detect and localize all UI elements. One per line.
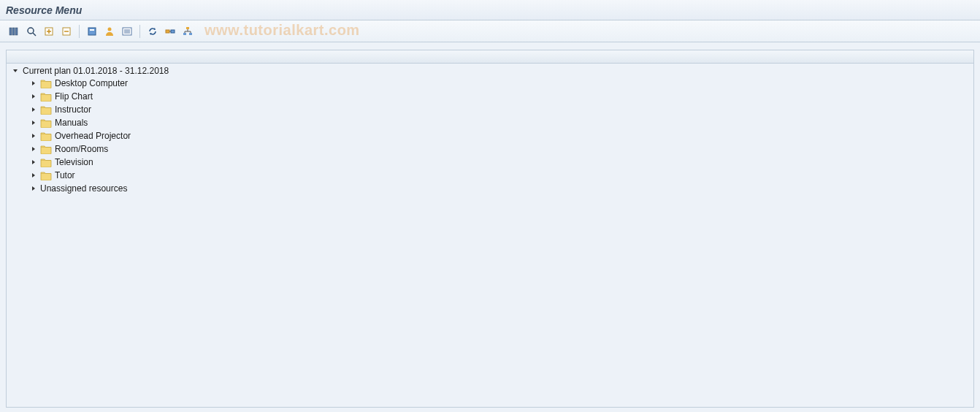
tree-body: Current plan 01.01.2018 - 31.12.2018 Des… [7,64,973,197]
refresh-icon [147,26,158,37]
svg-rect-8 [90,29,94,31]
expander-right-icon[interactable] [30,159,37,166]
watermark: www.tutorialkart.com [204,22,360,39]
expander-right-icon[interactable] [30,93,37,100]
tree-item[interactable]: Tutor [7,169,973,182]
svg-rect-2 [15,28,18,35]
folder-icon [40,158,52,167]
toolbar-button-list[interactable] [119,23,135,39]
toolbar-button-search[interactable] [23,23,39,39]
svg-point-9 [108,27,112,31]
tree-root[interactable]: Current plan 01.01.2018 - 31.12.2018 [7,65,973,77]
folder-icon [40,131,52,141]
tree-item[interactable]: Desktop Computer [7,77,973,90]
expander-right-icon[interactable] [30,132,37,140]
toolbar-separator [79,25,80,38]
tree-item-label: Manuals [55,118,88,128]
toolbar-button-collapse[interactable] [58,23,74,39]
svg-rect-0 [9,28,12,35]
search-icon [26,26,37,37]
tree-item-label: Television [55,157,93,167]
toolbar-button-refresh[interactable] [145,23,161,39]
folder-icon [40,145,52,154]
list-icon [121,26,133,37]
tree-item[interactable]: Flip Chart [7,90,973,103]
tree-item-label: Overhead Projector [55,131,131,141]
svg-point-3 [28,28,34,34]
content-area: Current plan 01.01.2018 - 31.12.2018 Des… [0,42,980,412]
tree-item[interactable]: Manuals [7,116,973,129]
columns-icon [8,26,20,37]
tree-item[interactable]: Unassigned resources [7,182,973,195]
svg-line-4 [33,33,36,36]
tree-item[interactable]: Instructor [7,103,973,116]
toolbar-button-hierarchy[interactable] [180,23,196,39]
tree-panel: Current plan 01.01.2018 - 31.12.2018 Des… [6,50,974,408]
folder-icon [40,105,52,115]
tree-item-label: Unassigned resources [40,183,127,194]
folder-icon [40,118,52,128]
folder-icon [40,92,52,102]
tree-item[interactable]: Television [7,156,973,169]
folder-icon [40,79,52,88]
toolbar-button-columns[interactable] [6,23,22,39]
svg-rect-1 [12,28,15,35]
expander-down-icon[interactable] [11,66,20,75]
folder-icon [40,171,52,180]
toolbar: www.tutorialkart.com [0,20,980,42]
expander-right-icon[interactable] [30,172,37,179]
expander-right-icon[interactable] [30,119,37,126]
toolbar-separator [139,25,140,38]
page-title: Resource Menu [6,4,82,16]
tree-item[interactable]: Overhead Projector [7,129,973,142]
svg-rect-17 [186,27,189,29]
expander-right-icon[interactable] [30,80,37,87]
toolbar-button-object[interactable] [84,23,100,39]
svg-rect-15 [171,30,175,33]
toolbar-button-person[interactable] [102,23,118,39]
toolbar-button-relation[interactable] [162,23,178,39]
svg-rect-7 [88,28,96,35]
tree-item-label: Tutor [55,170,75,180]
tree-item-label: Instructor [55,104,91,115]
person-icon [104,26,115,37]
object-icon [86,26,98,37]
svg-rect-19 [189,33,192,35]
hierarchy-icon [182,26,194,37]
toolbar-button-create[interactable] [41,23,57,39]
svg-rect-14 [166,30,169,33]
expander-right-icon[interactable] [30,106,37,113]
expander-right-icon[interactable] [30,185,37,192]
tree-item-label: Desktop Computer [55,78,128,88]
expander-right-icon[interactable] [30,145,37,153]
collapse-icon [61,26,72,37]
relation-icon [164,26,176,37]
tree-root-label: Current plan 01.01.2018 - 31.12.2018 [23,66,169,76]
title-bar: Resource Menu [0,0,980,20]
tree-item-label: Room/Rooms [55,144,108,154]
svg-rect-18 [183,33,186,35]
tree-item-label: Flip Chart [55,91,93,102]
tree-item[interactable]: Room/Rooms [7,142,973,156]
tree-header [7,50,973,64]
create-icon [43,26,55,37]
